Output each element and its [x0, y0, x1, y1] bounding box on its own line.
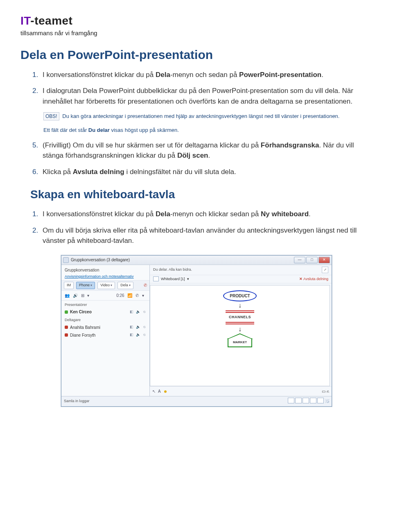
window-minimize-button[interactable]: — [294, 257, 305, 263]
step-2: I dialogrutan Dela PowerPoint dubbelklic… [40, 86, 373, 106]
arrow-down-icon: ↓ [238, 302, 242, 309]
dialpad-icon[interactable]: ⊞ [81, 293, 84, 298]
presenter-row[interactable]: Ken Circeo ◧ 🔈 ⎋ [61, 308, 149, 316]
wb-step-2: Om du vill börja skriva eller rita på wh… [40, 225, 373, 246]
annotation-toolbar: ↖ A ☻ ▭ ⎌ [150, 386, 332, 396]
steps-list-3: I konversationsfönstret klickar du på De… [20, 209, 373, 246]
expand-icon[interactable]: ⤢ [322, 267, 328, 273]
participant-controls[interactable]: ◧ 🔈 ⎋ [130, 332, 146, 338]
toolbar-right: ▭ ⎌ [322, 388, 329, 394]
logo-it: IT [20, 14, 30, 27]
resize-handle-icon[interactable] [325, 399, 329, 403]
sharing-status: Du delar. Alla kan bidra. [153, 267, 192, 273]
status-icon[interactable] [303, 398, 309, 403]
wb-market-label: MARKET [228, 338, 252, 347]
participant-name: Anahita Bahrami [70, 324, 100, 331]
presence-icon [65, 326, 68, 329]
presenters-label: Presentatörer [61, 301, 149, 308]
call-timer: 0:26 [116, 293, 124, 298]
participant-controls[interactable]: ◧ 🔈 ⎋ [130, 309, 146, 315]
obs-note: OBS! Du kan göra anteckningar i presenta… [43, 112, 373, 120]
stop-sharing-button[interactable]: Avsluta delning [299, 276, 328, 282]
participant-row[interactable]: Diane Forsyth ◧ 🔈 ⎋ [61, 331, 149, 339]
im-tab[interactable]: IM [64, 282, 74, 289]
wb-step-1: I konversationsfönstret klickar du på De… [40, 209, 373, 220]
logo-teamet: -teamet [30, 14, 72, 27]
obs-badge: OBS! [43, 112, 59, 120]
whiteboard-dropdown-icon[interactable]: ▾ [187, 276, 189, 282]
phone-dropdown[interactable]: Phone [76, 282, 95, 289]
wb-red-lines [226, 321, 254, 325]
whiteboard-name: Whiteboard [1] [161, 276, 185, 282]
video-dropdown[interactable]: Video [97, 282, 115, 289]
window-title: Gruppkonversation (3 deltagare) [71, 257, 130, 263]
presence-icon [65, 310, 68, 314]
mode-bar: IM Phone Video Dela ✆ [61, 280, 149, 291]
steps-list-2: (Frivilligt) Om du vill se hur skärmen s… [20, 140, 373, 177]
pointer-tool-icon[interactable]: ↖ [152, 388, 156, 394]
step-5: (Frivilligt) Om du vill se hur skärmen s… [40, 140, 373, 161]
logo-title: IT-teamet [20, 12, 373, 29]
presence-icon [65, 333, 68, 337]
text-tool[interactable]: A [158, 388, 161, 394]
whiteboard-icon [153, 276, 159, 281]
presenter-name: Ken Circeo [70, 309, 92, 315]
phone-icon[interactable]: ✆ [136, 293, 139, 298]
tool-icon[interactable]: ▭ [322, 389, 325, 394]
collect-logs-label[interactable]: Samla in loggar [64, 398, 90, 404]
logo-tagline: tillsammans når vi framgång [20, 29, 373, 38]
participant-row[interactable]: Anahita Bahrami ◧ 🔈 ⎋ [61, 324, 149, 331]
end-call-icon[interactable]: ✆ [144, 282, 147, 288]
status-icon[interactable] [288, 398, 294, 403]
lync-icon [63, 257, 69, 263]
lync-window: Gruppkonversation (3 deltagare) — □ ✕ Gr… [61, 255, 332, 407]
heading-whiteboard: Skapa en whiteboard-tavla [30, 186, 373, 203]
whiteboard-drawing: PRODUCT ↓ CHANNELS ↓ MARKET [215, 290, 264, 347]
tool-icon[interactable]: ⎌ [327, 389, 329, 394]
window-status-bar: Samla in loggar [61, 396, 332, 407]
obs-text: Du kan göra anteckningar i presentatione… [62, 113, 339, 119]
arrow-down-icon: ↓ [238, 326, 242, 333]
signal-icon: 📶 [127, 293, 132, 298]
content-pane: Du delar. Alla kan bidra. ⤢ Whiteboard [… [150, 265, 332, 396]
share-dropdown[interactable]: Dela [117, 282, 133, 289]
participants-pane: Gruppkonversation Anvisningsinformation … [61, 265, 150, 396]
wb-red-lines [226, 310, 254, 314]
hangup-icon[interactable]: ▾ [142, 293, 144, 298]
subnote: Ett fält där det står Du delar visas hög… [43, 126, 373, 134]
participant-controls[interactable]: ◧ 🔈 ⎋ [130, 324, 146, 330]
more-icon[interactable]: ▾ [87, 293, 89, 298]
meeting-options-link[interactable]: Anvisningsinformation och mötesalternati… [65, 274, 134, 278]
step-6: Klicka på Avsluta delning i delningsfält… [40, 167, 373, 177]
window-maximize-button[interactable]: □ [306, 257, 318, 263]
conversation-title: Gruppkonversation [65, 267, 146, 273]
window-close-button[interactable]: ✕ [318, 257, 330, 263]
logo-block: IT-teamet tillsammans når vi framgång [20, 12, 373, 38]
people-icon[interactable]: 👥 [65, 293, 70, 298]
status-icon[interactable] [295, 398, 302, 403]
heading-share-powerpoint: Dela en PowerPoint-presentation [20, 45, 373, 64]
window-titlebar: Gruppkonversation (3 deltagare) — □ ✕ [61, 256, 332, 265]
participant-name: Diane Forsyth [70, 332, 95, 338]
status-icon[interactable] [310, 398, 316, 403]
status-icons [287, 398, 324, 405]
wb-house-shape: MARKET [228, 334, 252, 347]
participants-label: Deltagare [61, 316, 149, 324]
whiteboard-canvas[interactable]: PRODUCT ↓ CHANNELS ↓ MARKET [150, 285, 330, 386]
wb-channels-label: CHANNELS [229, 315, 251, 320]
step-1: I konversationsfönstret klickar du på De… [40, 70, 373, 80]
emoji-tool-icon[interactable]: ☻ [163, 388, 168, 394]
wb-product-label: PRODUCT [223, 290, 256, 301]
steps-list-1: I konversationsfönstret klickar du på De… [20, 70, 373, 107]
audio-icon[interactable]: 🔊 [73, 293, 78, 298]
status-icon[interactable] [317, 398, 324, 403]
